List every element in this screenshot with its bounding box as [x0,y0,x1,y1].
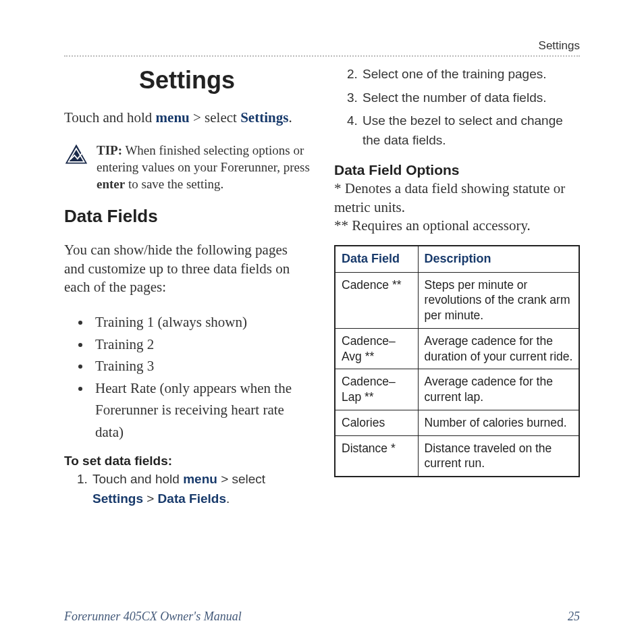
step1-settings: Settings [92,491,143,506]
tip-icon [64,143,88,167]
intro-suffix: . [288,109,292,126]
menu-link: menu [156,109,190,126]
list-item: Training 3 [91,355,310,377]
step-4: Use the bezel to select and change the d… [361,111,580,150]
field-name: Cadence–Avg ** [335,328,418,369]
settings-link: Settings [240,109,288,126]
field-desc: Number of calories burned. [418,410,579,435]
step-2: Select one of the training pages. [361,65,580,84]
table-row: Distance * Distance traveled on the curr… [335,435,579,477]
pages-list: Training 1 (always shown) Training 2 Tra… [64,311,310,443]
step1-prefix: Touch and hold [92,472,183,486]
options-heading: Data Field Options [334,162,580,178]
list-item: Training 2 [91,333,310,356]
data-field-table: Data Field Description Cadence ** Steps … [334,245,580,477]
header-divider [64,55,580,57]
field-desc: Distance traveled on the current run. [418,435,579,477]
intro-mid: > select [190,109,240,126]
table-row: Cadence–Avg ** Average cadence for the d… [335,328,579,369]
page-number: 25 [568,610,580,624]
field-desc: Average cadence for the current lap. [418,369,579,410]
left-column: Settings Touch and hold menu > select Se… [64,63,310,512]
options-note2: ** Requires an optional accessory. [334,217,580,236]
step1-datafields: Data Fields [158,491,226,506]
field-desc: Steps per minute or revolutions of the c… [418,272,579,328]
tip-enter: enter [97,177,125,191]
to-set-heading: To set data fields: [64,454,310,468]
step1-menu: menu [183,472,217,486]
step-3: Select the number of data fields. [361,88,580,108]
options-note1: * Denotes a data field showing statute o… [334,180,580,217]
data-fields-heading: Data Fields [64,206,310,227]
steps-left: Touch and hold menu > select Settings > … [64,470,310,508]
tip-label: TIP: [97,143,122,157]
intro-paragraph: Touch and hold menu > select Settings. [64,109,310,128]
field-name: Cadence–Lap ** [335,369,418,410]
table-header-desc: Description [418,246,579,272]
step1-mid1: > select [217,472,265,486]
step-1: Touch and hold menu > select Settings > … [91,470,310,508]
intro-prefix: Touch and hold [64,109,156,126]
table-header-field: Data Field [335,246,418,272]
table-row: Cadence–Lap ** Average cadence for the c… [335,369,579,410]
tip-text: TIP: When finished selecting options or … [97,142,310,192]
step1-mid2: > [143,491,158,506]
page-title: Settings [64,66,310,95]
list-item: Heart Rate (only appears when the Foreru… [91,377,310,444]
steps-right: Select one of the training pages. Select… [334,65,580,150]
field-name: Cadence ** [335,272,418,328]
data-fields-intro: You can show/hide the following pages an… [64,241,310,297]
tip-block: TIP: When finished selecting options or … [64,142,310,192]
tip-before: When finished selecting options or enter… [97,143,310,174]
running-header: Settings [64,39,580,55]
field-name: Distance * [335,435,418,477]
table-row: Cadence ** Steps per minute or revolutio… [335,272,579,328]
field-desc: Average cadence for the duration of your… [418,328,579,369]
page-footer: Forerunner 405CX Owner's Manual 25 [64,610,580,624]
right-column: Select one of the training pages. Select… [334,63,580,512]
list-item: Training 1 (always shown) [91,311,310,333]
tip-after: to save the setting. [125,177,223,191]
table-row: Calories Number of calories burned. [335,410,579,435]
footer-title: Forerunner 405CX Owner's Manual [64,610,242,624]
field-name: Calories [335,410,418,435]
step1-suffix: . [226,491,230,506]
